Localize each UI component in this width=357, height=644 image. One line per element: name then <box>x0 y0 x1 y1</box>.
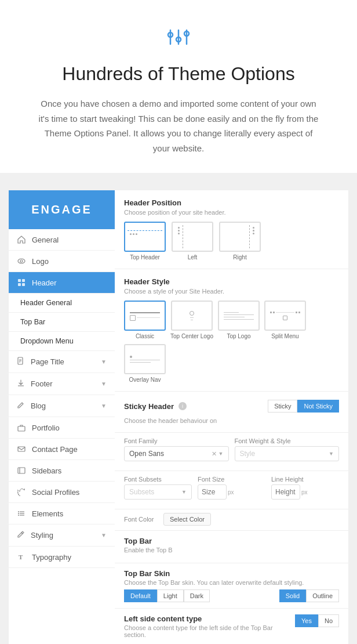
sidebar-subitem-top-bar[interactable]: Top Bar <box>9 313 115 332</box>
font-size-input[interactable] <box>198 484 227 500</box>
skin-buttons: Default Light Dark <box>124 589 210 602</box>
svg-rect-8 <box>18 279 21 282</box>
sidebar-subitem-header-general[interactable]: Header General <box>9 294 115 313</box>
sticky-header-row: Sticky Header i Sticky Not Sticky <box>124 400 339 413</box>
sidebar-item-styling[interactable]: Styling ▼ <box>9 524 115 547</box>
position-option-left[interactable]: Left <box>172 222 213 261</box>
skin-light-button[interactable]: Light <box>157 589 184 602</box>
font-family-clear[interactable]: ✕ <box>212 450 217 458</box>
header-style-options: Classic Top Center Logo <box>124 301 339 383</box>
sidebar-item-elements[interactable]: Elements <box>9 503 115 524</box>
sticky-header-subtitle: Choose the header behaviour on <box>124 417 339 424</box>
skin-dark-button[interactable]: Dark <box>184 589 210 602</box>
sidebar-item-social[interactable]: Social Profiles <box>9 482 115 503</box>
style-option-split-menu[interactable]: Split Menu <box>264 301 306 339</box>
svg-point-7 <box>20 260 23 262</box>
svg-rect-18 <box>18 447 25 451</box>
sidebar-item-logo[interactable]: Logo <box>9 251 115 272</box>
style-label-top-logo: Top Logo <box>227 333 250 339</box>
sidebar-item-sidebars[interactable]: Sidebars <box>9 460 115 482</box>
line-height-unit: px <box>301 489 308 495</box>
hero-title: Hundreds of Theme Options <box>35 63 322 85</box>
sidebar-label-top-bar: Top Bar <box>20 318 45 326</box>
sidebar-item-typography[interactable]: T Typography <box>9 547 115 568</box>
sidebar-label-social: Social Profiles <box>32 488 79 497</box>
sidebar-item-blog[interactable]: Blog ▼ <box>9 395 115 417</box>
sidebar-label-contact: Contact Page <box>32 445 78 454</box>
style-box-overlay-nav[interactable] <box>124 344 166 374</box>
outline-outline-button[interactable]: Outline <box>306 589 339 602</box>
font-subsets-group: Font Subsets Subsets ▼ <box>124 476 192 500</box>
font-weight-group: Font Weight & Style Style ▼ <box>235 437 340 461</box>
style-box-classic[interactable] <box>124 301 166 331</box>
hero-section: Hundreds of Theme Options Once you have … <box>0 0 357 173</box>
sticky-button[interactable]: Sticky <box>268 400 297 413</box>
line-height-group: Line Height px <box>271 476 339 500</box>
position-label-right: Right <box>233 254 246 261</box>
sidebar-label-page-title: Page Title <box>31 357 95 366</box>
no-button[interactable]: No <box>318 614 339 627</box>
chevron-down-icon: ▼ <box>218 451 224 457</box>
text-icon: T <box>17 552 26 562</box>
top-bar-section: Top Bar Enable the Top B <box>115 531 348 563</box>
sidebar-item-general[interactable]: General <box>9 229 115 251</box>
style-box-split-menu[interactable] <box>264 301 306 331</box>
chevron-down-icon: ▼ <box>101 359 107 365</box>
header-style-title: Header Style <box>124 277 339 286</box>
skin-default-button[interactable]: Default <box>124 589 157 602</box>
position-option-top-header[interactable]: Top Header <box>124 222 166 261</box>
font-family-row: Font Family Open Sans ✕ ▼ Font Weight & … <box>124 437 339 461</box>
position-box-right[interactable] <box>219 222 261 252</box>
font-weight-input[interactable]: Style ▼ <box>235 446 340 461</box>
style-box-top-logo[interactable] <box>218 301 260 331</box>
sidebar-item-header[interactable]: Header <box>9 272 115 294</box>
font-weight-label: Font Weight & Style <box>235 437 340 444</box>
position-box-left[interactable] <box>172 222 213 252</box>
outline-buttons: Solid Outline <box>279 589 339 602</box>
sidebar-item-portfolio[interactable]: Portfolio <box>9 417 115 439</box>
font-row-1: Font Family Open Sans ✕ ▼ Font Weight & … <box>115 433 348 471</box>
font-color-label: Font Color <box>124 516 159 523</box>
hero-description: Once you have chosen a demo and imported… <box>35 96 322 155</box>
font-size-group: Font Size px <box>198 476 265 500</box>
font-subsets-row: Font Subsets Subsets ▼ Font Size px <box>124 476 339 500</box>
sidebar-subitem-dropdown-menu[interactable]: Dropdown Menu <box>9 332 115 351</box>
chevron-down-icon: ▼ <box>101 381 107 387</box>
style-option-overlay-nav[interactable]: Overlay Nav <box>124 344 166 383</box>
style-option-top-logo[interactable]: Top Logo <box>218 301 260 339</box>
line-height-input-row: px <box>271 484 339 500</box>
sidebar-label-header-general: Header General <box>20 299 72 307</box>
eye-icon <box>17 256 26 266</box>
sidebar-label-general: General <box>32 236 59 244</box>
outline-solid-button[interactable]: Solid <box>279 589 306 602</box>
sidebar-label-blog: Blog <box>31 401 95 410</box>
svg-point-26 <box>18 515 19 516</box>
top-bar-skin-section: Top Bar Skin Choose the Top Bar skin. Yo… <box>115 563 348 609</box>
sidebar-label-portfolio: Portfolio <box>32 424 60 432</box>
not-sticky-button[interactable]: Not Sticky <box>297 400 339 413</box>
header-position-subtitle: Choose position of your site header. <box>124 209 339 216</box>
sidebar-item-page-title[interactable]: Page Title ▼ <box>9 351 115 373</box>
position-box-top-header[interactable] <box>124 222 166 252</box>
sidebar-item-contact[interactable]: Contact Page <box>9 439 115 460</box>
sidebar-label-dropdown-menu: Dropdown Menu <box>20 337 74 345</box>
font-subsets-input[interactable]: Subsets ▼ <box>124 484 192 500</box>
sidebar-label-sidebars: Sidebars <box>32 466 61 475</box>
line-height-label: Line Height <box>271 476 339 483</box>
line-height-input[interactable] <box>271 484 300 500</box>
position-option-right[interactable]: Right <box>219 222 261 261</box>
briefcase-icon <box>17 423 26 432</box>
style-box-top-center-logo[interactable] <box>171 301 213 331</box>
style-option-top-center-logo[interactable]: Top Center Logo <box>170 301 213 339</box>
top-bar-skin-row: Default Light Dark Solid Outline <box>124 589 339 602</box>
hero-icon <box>35 23 322 53</box>
font-size-unit: px <box>228 489 234 495</box>
style-option-classic[interactable]: Classic <box>124 301 166 339</box>
twitter-icon <box>17 487 26 497</box>
sidebar-item-footer[interactable]: Footer ▼ <box>9 373 115 395</box>
font-color-section: Font Color Select Color <box>115 509 348 531</box>
yes-button[interactable]: Yes <box>295 614 318 627</box>
svg-text:T: T <box>19 553 23 560</box>
select-color-button[interactable]: Select Color <box>163 513 211 526</box>
font-family-input[interactable]: Open Sans ✕ ▼ <box>124 446 229 461</box>
